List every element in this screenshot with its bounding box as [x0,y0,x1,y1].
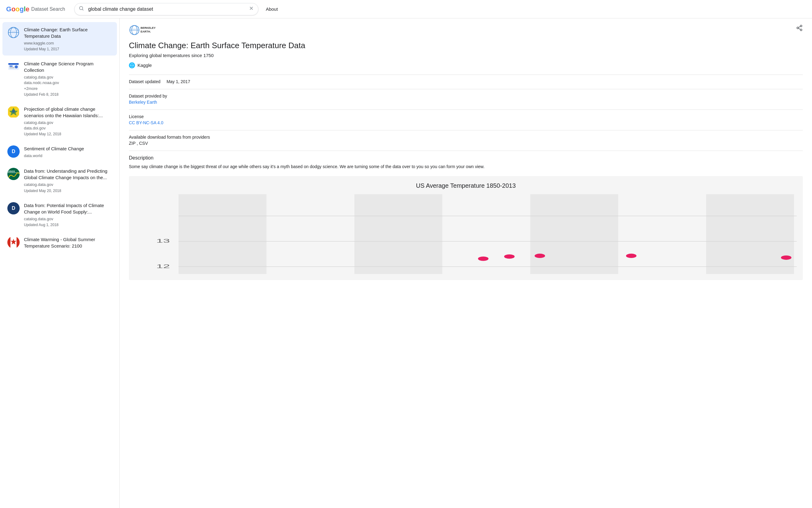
dataset-title: Climate Change: Earth Surface Temperatur… [129,41,803,51]
header: Google Dataset Search About [0,0,812,18]
result-updated: Updated May 12, 2018 [24,132,112,136]
svg-text:12: 12 [156,263,170,269]
chart-area: 13 12 [135,194,797,274]
divider-5 [129,151,803,151]
result-icon-canada [7,236,19,249]
svg-rect-11 [9,68,14,68]
svg-line-1 [83,9,83,10]
result-title: Climate Warming - Global Summer Temperat… [24,236,112,249]
search-input[interactable] [74,3,258,15]
about-link[interactable]: About [266,6,278,12]
svg-point-52 [781,256,791,260]
svg-point-27 [130,26,139,29]
result-source: catalog.data.gov [24,182,112,187]
svg-point-30 [800,25,802,27]
result-source: data.world [24,153,112,159]
share-icon[interactable] [796,25,803,33]
kaggle-label: Kaggle [137,62,152,68]
divider-2 [129,89,803,89]
meta-updated: Dataset updated May 1, 2017 [129,79,803,84]
svg-point-48 [478,256,489,261]
description-title: Description [129,155,803,161]
result-source-3: +2more [24,86,112,91]
result-item[interactable]: USGS Data from: Understanding and Predic… [2,164,117,197]
result-text: Data from: Understanding and Predicting … [24,168,112,193]
svg-point-0 [79,6,83,10]
chart-title: US Average Temperature 1850-2013 [135,182,797,189]
dataset-header: BERKELEY EARTH. [129,25,803,36]
description-text: Some say climate change is the biggest t… [129,163,803,170]
svg-rect-10 [9,66,12,67]
result-item[interactable]: Projection of global climate change scen… [2,101,117,140]
license-label: License [129,114,803,119]
left-panel: Climate Change: Earth Surface Temperatur… [0,18,120,508]
svg-point-32 [800,29,802,31]
result-title: Data from: Understanding and Predicting … [24,168,112,181]
updated-value: May 1, 2017 [167,79,190,84]
kaggle-badge: Kaggle [129,62,803,69]
svg-rect-20 [7,236,10,249]
result-icon-berkeley [7,27,19,39]
clear-icon[interactable] [249,5,254,12]
svg-rect-39 [178,194,267,274]
chart-container: US Average Temperature 1850-2013 13 [129,176,803,280]
result-text: Projection of global climate change scen… [24,106,112,136]
result-icon-hawaii [7,106,19,118]
result-source: catalog.data.gov [24,120,112,125]
result-item[interactable]: Climate Change Science Program Collectio… [2,56,117,101]
svg-point-12 [15,65,18,69]
result-updated: Updated May 20, 2018 [24,189,112,193]
svg-point-50 [535,254,545,258]
svg-point-51 [626,254,637,258]
result-title: Climate Change: Earth Surface Temperatur… [24,27,112,39]
svg-rect-21 [16,236,19,249]
svg-point-49 [504,254,515,259]
result-item[interactable]: Climate Change: Earth Surface Temperatur… [2,22,117,55]
result-icon-noaa [7,60,19,73]
logo-subtitle: Dataset Search [31,6,65,12]
description-section: Description Some say climate change is t… [129,155,803,170]
logo-area: Google Dataset Search [6,5,65,13]
result-source-2: data.nodc.noaa.gov [24,80,112,86]
svg-point-31 [797,27,799,29]
result-item[interactable]: D Data from: Potential Impacts of Climat… [2,198,117,231]
license-link[interactable]: CC BY-NC-SA 4.0 [129,120,163,125]
svg-line-33 [799,28,800,30]
result-text: Climate Change Science Program Collectio… [24,60,112,97]
result-updated: Updated May 1, 2017 [24,47,112,51]
svg-rect-42 [706,194,794,274]
provider-logo: BERKELEY EARTH. [129,25,157,36]
provided-by-link[interactable]: Berkeley Earth [129,100,157,104]
search-bar-container [74,3,258,15]
result-title: Projection of global climate change scen… [24,106,112,119]
result-text: Climate Warming - Global Summer Temperat… [24,236,112,250]
result-source: www.kaggle.com [24,41,112,46]
meta-formats: Available download formats from provider… [129,135,803,146]
result-text: Climate Change: Earth Surface Temperatur… [24,27,112,51]
divider-3 [129,110,803,110]
svg-rect-41 [530,194,618,274]
result-icon-d2: D [7,202,19,214]
svg-rect-40 [355,194,443,274]
result-text: Sentiment of Climate Change data.world [24,145,112,159]
meta-provided-by: Dataset provided by Berkeley Earth [129,93,803,104]
svg-point-15 [12,110,15,113]
kaggle-globe-icon [129,62,135,69]
result-item[interactable]: Climate Warming - Global Summer Temperat… [2,232,117,255]
svg-point-7 [8,28,19,31]
svg-text:EARTH.: EARTH. [140,30,151,33]
result-icon-d: D [7,145,19,158]
dataset-subtitle: Exploring global temperatures since 1750 [129,53,803,58]
result-updated: Updated Feb 8, 2018 [24,92,112,97]
result-source: catalog.data.gov [24,216,112,222]
svg-text:13: 13 [156,238,170,244]
result-item[interactable]: D Sentiment of Climate Change data.world [2,141,117,163]
formats-label: Available download formats from provider… [129,135,803,139]
main: Climate Change: Earth Surface Temperatur… [0,18,812,508]
result-source: catalog.data.gov [24,75,112,80]
result-icon-usgs: USGS [7,168,19,180]
result-text: Data from: Potential Impacts of Climate … [24,202,112,227]
divider-4 [129,130,803,130]
svg-text:USGS: USGS [8,170,15,173]
formats-value: ZIP , CSV [129,141,803,146]
